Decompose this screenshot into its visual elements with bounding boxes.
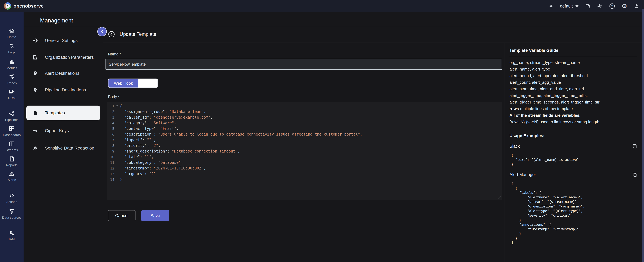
example-code: [ { "labels": { "alertname": "{alert_nam…: [510, 181, 638, 245]
menu-item-label: Templates: [45, 110, 65, 115]
line-number: 7: [107, 138, 114, 142]
cancel-button[interactable]: Cancel: [108, 210, 136, 221]
sidebar-item-data-sources[interactable]: Data sources: [0, 208, 24, 219]
management-menu-item-general-settings[interactable]: General Settings: [26, 33, 100, 48]
sidebar-item-dashboards[interactable]: Dashboards: [0, 126, 24, 137]
metrics-icon: [9, 59, 15, 65]
sparkle-icon[interactable]: [548, 3, 554, 10]
sidebar-item-home[interactable]: Home: [0, 28, 24, 39]
management-menu-item-organization-parameters[interactable]: Organization Parameters: [26, 50, 100, 65]
toggle-off-option[interactable]: [138, 79, 158, 88]
arrow-back-circle-icon: [108, 31, 115, 38]
line-number: 4: [107, 121, 114, 125]
example-name: Slack: [510, 144, 520, 149]
help-button[interactable]: ?: [609, 3, 616, 10]
sidebar-item-traces[interactable]: Traces: [0, 74, 24, 85]
content-header: Update Template: [108, 31, 156, 38]
body-code-editor[interactable]: 1{2 "assignment_group": "Database Team",…: [107, 102, 502, 200]
reports-icon: [9, 156, 15, 162]
code-line[interactable]: 1{: [107, 103, 502, 109]
code-content: "priority": "2",: [120, 143, 160, 148]
building-icon: [32, 55, 38, 60]
guide-line: alert_count, alert_agg_value: [510, 79, 638, 86]
template-type-toggle[interactable]: Web Hook: [108, 79, 158, 88]
save-button[interactable]: Save: [141, 210, 169, 221]
datasources-icon: [9, 208, 15, 214]
code-line[interactable]: 7 "impact": "2",: [107, 137, 502, 143]
divider: [510, 56, 638, 56]
collapse-panel-button[interactable]: [97, 27, 107, 36]
dark-mode-toggle[interactable]: [584, 3, 591, 10]
page-scrollbar[interactable]: [642, 10, 644, 262]
code-content: "category": "Software",: [120, 121, 176, 125]
sidebar-item-rum[interactable]: RUM: [0, 89, 24, 100]
code-line[interactable]: 3 "caller_id": "openobserve@example.com"…: [107, 115, 502, 120]
management-menu-item-pipeline-destinations[interactable]: Pipeline Destinations: [26, 83, 100, 97]
streams-icon: [9, 141, 15, 147]
sidebar-item-pipelines[interactable]: Pipelines: [0, 111, 24, 122]
slack-button[interactable]: [596, 3, 603, 10]
sidebar-item-label: Reports: [6, 163, 18, 167]
copy-button[interactable]: [632, 144, 638, 149]
management-menu-item-sensitive-data-redaction[interactable]: Sensitive Data Redaction: [26, 141, 100, 155]
json-value: "Users unable to login due to database c…: [158, 132, 360, 136]
code-line[interactable]: 11 "subcategory": "Database",: [107, 160, 502, 165]
traces-icon: [9, 74, 15, 80]
chevron-down-icon: [116, 104, 118, 107]
sidebar-item-alerts[interactable]: Alerts: [0, 171, 24, 182]
divider: [103, 27, 103, 262]
guide-line: alert_start_time, alert_end_time, alert_…: [510, 86, 638, 92]
code-line[interactable]: 12 "timestamp": "2024-01-15T10:30:00Z",: [107, 165, 502, 171]
menu-item-label: Sensitive Data Redaction: [45, 146, 94, 151]
guide-line: alert_trigger_time, alert_trigger_time_m…: [510, 92, 638, 99]
sidebar-item-iam[interactable]: IAM: [0, 230, 24, 241]
code-line[interactable]: 2 "assignment_group": "Database Team",: [107, 109, 502, 115]
code-line[interactable]: 4 "category": "Software",: [107, 120, 502, 126]
brand-logo[interactable]: openobserve: [4, 2, 44, 10]
settings-button[interactable]: ⚙: [621, 3, 628, 10]
json-value: "Software": [151, 121, 174, 125]
menu-item-label: Organization Parameters: [45, 55, 94, 60]
sidebar-item-metrics[interactable]: Metrics: [0, 59, 24, 70]
sidebar-item-reports[interactable]: Reports: [0, 156, 24, 167]
pin-person-icon: [32, 87, 38, 93]
management-menu-item-alert-destinations[interactable]: Alert Destinations: [26, 66, 100, 81]
org-selector[interactable]: default: [560, 4, 579, 9]
usage-example-slack: Slack{ "text": "{alert_name} is active" …: [510, 144, 638, 167]
menu-item-label: Alert Destinations: [45, 71, 79, 76]
code-line[interactable]: 6 "description": "Users unable to login …: [107, 131, 502, 137]
sidebar-item-streams[interactable]: Streams: [0, 141, 24, 152]
code-line[interactable]: 5 "contact_type": "Email",: [107, 126, 502, 131]
management-menu-item-cipher-keys[interactable]: Cipher Keys: [26, 123, 100, 138]
toggle-webhook-option[interactable]: Web Hook: [108, 79, 138, 88]
user-menu[interactable]: [633, 3, 640, 10]
json-value: "2": [147, 138, 154, 142]
line-number: 13: [107, 172, 114, 176]
sidebar-item-actions[interactable]: Actions: [0, 193, 24, 204]
rum-icon: [9, 89, 15, 95]
resize-handle[interactable]: [497, 195, 501, 199]
search-icon: [9, 43, 15, 49]
line-number: 9: [107, 149, 114, 153]
pin-icon: [32, 71, 38, 76]
name-label: Name *: [108, 52, 121, 56]
sidebar-item-logs[interactable]: Logs: [0, 43, 24, 54]
code-line[interactable]: 13 "urgency": "2": [107, 171, 502, 177]
iam-icon: [9, 230, 15, 236]
name-input[interactable]: [106, 59, 502, 70]
sidebar-item-label: Logs: [8, 50, 16, 54]
management-menu-item-templates[interactable]: Templates: [26, 106, 100, 120]
code-line[interactable]: 10 "state": "1",: [107, 154, 502, 160]
code-line[interactable]: 14}: [107, 177, 502, 182]
json-value: "2": [151, 143, 158, 148]
fold-toggle[interactable]: [114, 105, 120, 107]
json-value: "Email": [160, 126, 176, 131]
code-line[interactable]: 8 "priority": "2",: [107, 143, 502, 148]
json-key: "category": [124, 121, 147, 125]
code-line[interactable]: 9 "short_description": "Database connect…: [107, 148, 502, 154]
json-value: "2024-01-15T10:30:00Z": [154, 166, 204, 170]
moon-icon: [585, 3, 590, 9]
json-key: "state": [124, 155, 140, 159]
copy-button[interactable]: [632, 172, 638, 177]
back-button[interactable]: [108, 31, 115, 38]
